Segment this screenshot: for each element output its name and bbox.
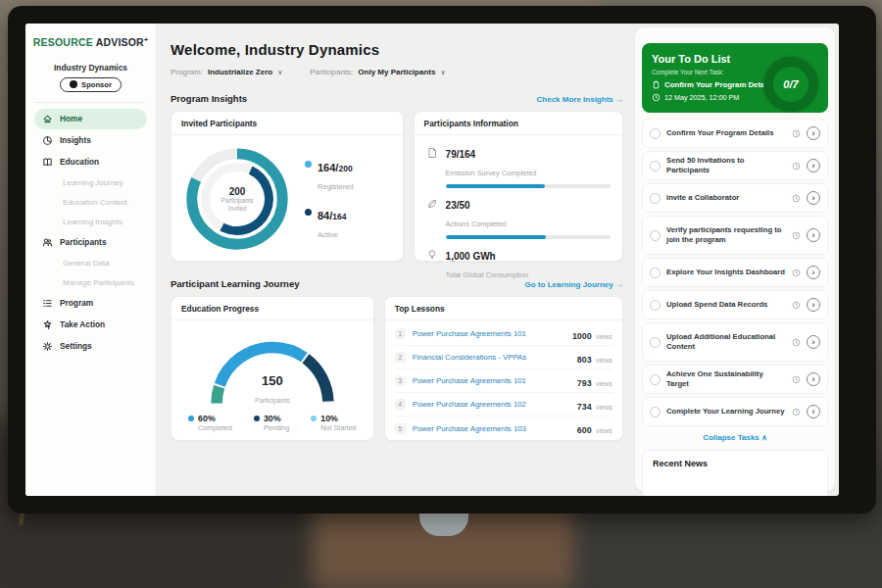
lesson-row[interactable]: 5 Power Purchase Agreements 103 600 view… (395, 416, 612, 440)
task-checkbox[interactable] (650, 407, 661, 417)
card-title: Invited Participants (172, 112, 403, 135)
invited-label: Invited (228, 205, 247, 213)
sidebar-divider (35, 102, 146, 103)
lesson-row[interactable]: 4 Power Purchase Agreements 102 734 view… (395, 393, 612, 416)
go-to-learning-journey-link[interactable]: Go to Learning Journey → (525, 280, 623, 289)
task-checkbox[interactable] (650, 161, 661, 172)
task-checkbox[interactable] (650, 374, 661, 385)
actions-progress-bar (446, 235, 611, 239)
program-insights-title: Program Insights (171, 93, 247, 104)
task-label: Verify participants requesting to join t… (666, 225, 786, 245)
chevron-right-icon[interactable]: › (807, 298, 820, 312)
participants-select[interactable]: Participants: Only My Participants ∨ (310, 68, 445, 76)
clock-icon (792, 162, 801, 171)
stat-emission-survey: 79/164Emission Survey Completed (426, 144, 611, 179)
check-more-insights-link[interactable]: Check More Insights → (537, 95, 623, 104)
sidebar-item-education[interactable]: Education (34, 152, 147, 172)
legend-dot (305, 209, 312, 216)
chevron-right-icon[interactable]: › (807, 228, 820, 242)
participants-select-label: Participants: (310, 68, 353, 76)
chevron-right-icon[interactable]: › (807, 159, 820, 172)
chevron-down-icon: ∨ (440, 69, 445, 76)
todo-task-row[interactable]: Explore Your Insights Dashboard › (642, 258, 828, 287)
sidebar-item-insights[interactable]: Insights (34, 130, 147, 151)
todo-task-row[interactable]: Complete Your Learning Journey › (642, 397, 828, 426)
task-checkbox[interactable] (650, 128, 661, 139)
clock-icon (792, 375, 801, 384)
clock-icon (792, 338, 801, 347)
arrow-right-icon: → (615, 280, 623, 289)
stat-value: 79/164 (446, 149, 476, 160)
education-gauge-chart: 150 Participants (199, 328, 346, 407)
sidebar-item-program[interactable]: Program (34, 293, 147, 314)
program-select[interactable]: Program: Industrialize Zero ∨ (171, 68, 282, 76)
lesson-title-link[interactable]: Financial Considerations - VPPAs (413, 353, 570, 362)
sidebar-item-take-action[interactable]: Take Action (34, 315, 147, 335)
legend-pending: 30% Pending (254, 414, 289, 432)
lesson-row[interactable]: 1 Power Purchase Agreements 101 1000 vie… (395, 322, 612, 346)
sidebar-item-education-content[interactable]: Education Content (34, 193, 147, 212)
bulb-icon (426, 249, 438, 261)
stat-global-consumption: 1,000 GWhTotal Global Consumption (426, 246, 611, 281)
task-checkbox[interactable] (650, 193, 661, 204)
chevron-right-icon[interactable]: › (807, 266, 820, 279)
todo-task-row[interactable]: Verify participants requesting to join t… (642, 216, 828, 255)
task-label: Explore Your Insights Dashboard (666, 268, 786, 277)
sidebar-item-label: Education (60, 157, 99, 167)
sidebar-item-home[interactable]: Home (34, 109, 147, 129)
sidebar-item-settings[interactable]: Settings (34, 336, 147, 357)
sidebar-item-manage-participants[interactable]: Manage Participants (34, 273, 147, 292)
lesson-rank: 3 (395, 375, 406, 386)
chevron-right-icon[interactable]: › (807, 126, 820, 140)
lesson-row[interactable]: 3 Power Purchase Agreements 101 793 view… (395, 369, 612, 393)
learning-journey-title: Participant Learning Journey (171, 278, 299, 289)
task-checkbox[interactable] (650, 300, 661, 311)
clock-icon (792, 301, 801, 310)
participants-select-value: Only My Participants (358, 68, 435, 76)
chevron-right-icon[interactable]: › (807, 372, 820, 386)
todo-task-row[interactable]: Confirm Your Program Details › (642, 119, 828, 148)
stat-label: Actions Completed (446, 220, 507, 228)
sponsor-badge[interactable]: Sponsor (60, 77, 122, 92)
chevron-right-icon[interactable]: › (807, 405, 820, 418)
program-insights-header: Program Insights Check More Insights → (171, 93, 623, 104)
journey-cards-row: Education Progress 150 Participants (171, 296, 623, 441)
sidebar-item-participants[interactable]: Participants (34, 232, 147, 253)
stat-value: 1,000 GWh (446, 251, 496, 262)
list-icon (42, 298, 53, 309)
stat-value: 23/50 (446, 200, 470, 211)
lesson-row[interactable]: 2 Financial Considerations - VPPAs 803 v… (395, 346, 612, 369)
todo-panel: Your To Do List Complete Your Next Task:… (635, 27, 835, 492)
todo-task-row[interactable]: Upload Spend Data Records › (642, 290, 828, 319)
todo-next-task-label: Confirm Your Program Details (664, 80, 773, 89)
todo-task-row[interactable]: Achieve One Sustainability Target › (642, 365, 828, 394)
lesson-title-link[interactable]: Power Purchase Agreements 102 (413, 400, 570, 409)
monitor-bezel: RESOURCE ADVISOR+ Industry Dynamics Spon… (8, 6, 876, 514)
card-title: Education Progress (172, 297, 373, 320)
gauge-label: Participants (255, 397, 290, 404)
sidebar-item-learning-journey[interactable]: Learning Journey (34, 173, 147, 192)
sidebar-item-general-data[interactable]: General Data (34, 254, 147, 272)
lesson-title-link[interactable]: Power Purchase Agreements 101 (413, 376, 570, 385)
lesson-title-link[interactable]: Power Purchase Agreements 103 (413, 424, 570, 433)
sidebar-item-learning-insights[interactable]: Learning Insights (34, 213, 147, 231)
chevron-right-icon[interactable]: › (807, 335, 820, 349)
task-checkbox[interactable] (650, 268, 661, 278)
chevron-right-icon[interactable]: › (807, 191, 820, 205)
invited-label: Participants (221, 197, 254, 205)
filter-row: Program: Industrialize Zero ∨ Participan… (171, 68, 623, 76)
todo-task-row[interactable]: Send 50 Invitations to Participants › (642, 151, 828, 180)
collapse-tasks-link[interactable]: Collapse Tasks ∧ (642, 433, 828, 442)
task-checkbox[interactable] (650, 337, 661, 348)
lesson-rank: 5 (395, 423, 406, 434)
task-checkbox[interactable] (650, 230, 661, 241)
clock-icon (792, 408, 801, 416)
todo-task-row[interactable]: Upload Additional Educational Content › (642, 322, 828, 362)
sidebar-nav: Home Insights Education Learning Journey… (25, 109, 156, 357)
legend-dot (254, 416, 260, 421)
education-legend: 60% Completed 30% Pending 10% Not Starte… (172, 414, 373, 432)
todo-task-row[interactable]: Invite a Collaborator › (642, 183, 828, 213)
app-logo: RESOURCE ADVISOR+ (25, 35, 156, 48)
lesson-title-link[interactable]: Power Purchase Agreements 101 (413, 329, 565, 338)
clock-icon (792, 129, 801, 138)
